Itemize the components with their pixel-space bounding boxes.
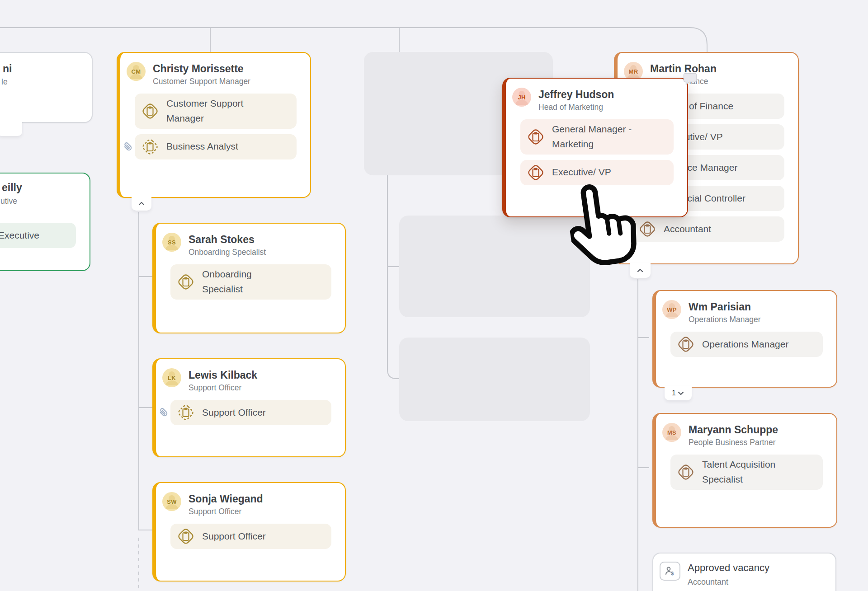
employee-title: Support Officer bbox=[189, 507, 263, 516]
paperclip-icon bbox=[156, 405, 171, 420]
employee-card-partial-top-left[interactable]: ni le bbox=[0, 52, 93, 123]
employee-name: Wm Parisian bbox=[689, 300, 761, 313]
avatar: CM bbox=[127, 62, 146, 81]
employee-name: Christy Morissette bbox=[153, 62, 250, 75]
role-chip[interactable]: Support Officer bbox=[170, 524, 331, 549]
clipboard-diamond-icon bbox=[526, 163, 546, 183]
employee-card-wm-parisian[interactable]: WP Wm Parisian Operations Manager Operat… bbox=[652, 290, 837, 388]
employee-title: Customer Support Manager bbox=[153, 77, 250, 86]
avatar: SW bbox=[162, 492, 181, 511]
role-chip[interactable]: Accountant bbox=[632, 216, 784, 242]
ghost-card bbox=[399, 216, 590, 317]
role-chip[interactable]: Business Analyst bbox=[135, 134, 297, 159]
employee-card-lewis-kilback[interactable]: LK Lewis Kilback Support Officer Support… bbox=[152, 358, 346, 457]
role-chip[interactable]: Support Officer bbox=[170, 400, 331, 425]
role-chip[interactable]: Talent Acquisition Specialist bbox=[670, 455, 823, 489]
avatar: LK bbox=[162, 368, 181, 387]
employee-card-sonja-wiegand[interactable]: SW Sonja Wiegand Support Officer Support… bbox=[152, 482, 346, 582]
collapse-button[interactable] bbox=[132, 196, 151, 211]
employee-name: eilly bbox=[2, 182, 22, 194]
approved-vacancy-card[interactable]: $ Approved vacancy Accountant bbox=[652, 553, 836, 591]
employee-name: Jeffrey Hudson bbox=[538, 88, 614, 100]
employee-name: Sarah Stokes bbox=[189, 233, 266, 245]
avatar: SS bbox=[162, 233, 181, 252]
clipboard-diamond-icon bbox=[176, 526, 196, 546]
avatar: WP bbox=[662, 300, 681, 319]
paperclip-icon bbox=[120, 139, 136, 155]
vacancy-title: Approved vacancy bbox=[688, 562, 769, 574]
employee-title: Onboarding Specialist bbox=[189, 248, 266, 257]
avatar: JH bbox=[512, 88, 531, 107]
employee-title: People Business Partner bbox=[689, 438, 778, 447]
employee-card-partial-green[interactable]: eilly utive Executive bbox=[0, 173, 90, 271]
clipboard-diamond-icon bbox=[526, 127, 546, 147]
employee-title: Operations Manager bbox=[689, 315, 761, 324]
employee-name: Lewis Kilback bbox=[189, 368, 257, 381]
role-chip[interactable]: Operations Manager bbox=[670, 332, 823, 357]
employee-name: Sonja Wiegand bbox=[189, 492, 263, 505]
expand-children-button[interactable]: 1 bbox=[665, 386, 692, 400]
employee-title: le bbox=[1, 77, 8, 87]
employee-card-christy-morissette[interactable]: CM Christy Morissette Customer Support M… bbox=[117, 52, 311, 198]
employee-name: ni bbox=[3, 63, 12, 75]
clipboard-diamond-dashed-icon bbox=[176, 403, 196, 422]
chevron-up-icon bbox=[137, 201, 146, 206]
clipboard-diamond-icon bbox=[676, 334, 696, 354]
comment-bubble-icon[interactable] bbox=[683, 72, 698, 85]
svg-text:$: $ bbox=[671, 571, 674, 576]
role-chip[interactable]: Onboarding Specialist bbox=[170, 264, 331, 299]
employee-name: Maryann Schuppe bbox=[689, 423, 778, 436]
employee-title: Support Officer bbox=[189, 383, 257, 393]
chevron-down-icon bbox=[677, 391, 684, 396]
role-chip[interactable]: Executive bbox=[0, 223, 76, 248]
vacancy-role: Accountant bbox=[688, 577, 769, 587]
person-dollar-icon: $ bbox=[660, 562, 680, 581]
collapse-button[interactable] bbox=[0, 121, 22, 136]
clipboard-diamond-icon bbox=[676, 462, 696, 482]
clipboard-diamond-icon bbox=[176, 272, 196, 292]
drag-hand-pointer bbox=[564, 176, 650, 277]
role-chip[interactable]: General Manager - Marketing bbox=[520, 119, 674, 154]
clipboard-diamond-icon bbox=[140, 101, 160, 121]
employee-card-maryann-schuppe[interactable]: MS Maryann Schuppe People Business Partn… bbox=[652, 413, 837, 528]
avatar: MS bbox=[662, 423, 681, 442]
ghost-card bbox=[399, 338, 590, 421]
role-chip[interactable]: Customer Support Manager bbox=[135, 94, 297, 128]
employee-card-sarah-stokes[interactable]: SS Sarah Stokes Onboarding Specialist On… bbox=[152, 223, 346, 333]
collapsed-count: 1 bbox=[672, 389, 676, 397]
employee-title: utive bbox=[0, 197, 17, 206]
employee-title: Head of Marketing bbox=[538, 103, 614, 112]
clipboard-diamond-dashed-icon bbox=[140, 137, 160, 157]
